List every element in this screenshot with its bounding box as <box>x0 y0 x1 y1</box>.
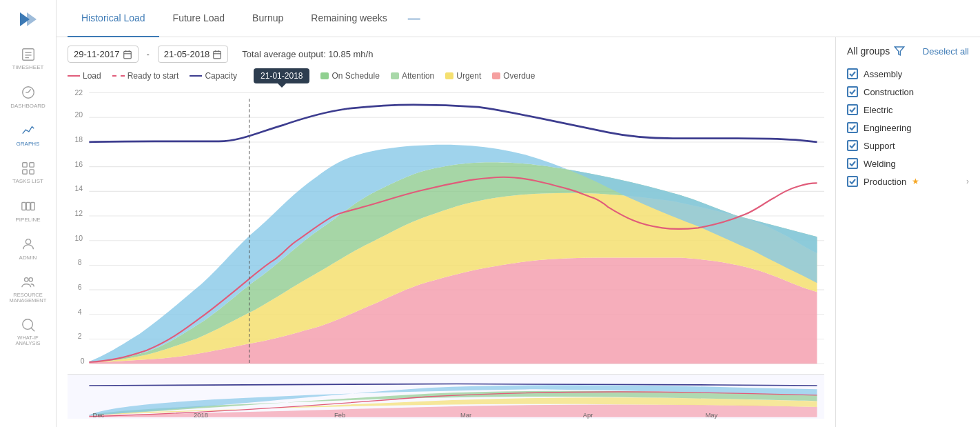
tab-remaining-weeks[interactable]: Remaining weeks <box>297 0 401 37</box>
y-label-0: 0 <box>81 357 85 365</box>
checkbox-assembly[interactable] <box>847 68 858 79</box>
sidebar-item-graphs[interactable]: GRAPHS <box>4 117 52 152</box>
legend-load-line <box>68 75 80 77</box>
main-content: Historical Load Future Load Burnup Remai… <box>57 0 980 427</box>
svg-rect-12 <box>21 202 25 210</box>
sidebar-item-timesheet[interactable]: TIMESHEET <box>4 41 52 77</box>
svg-rect-20 <box>123 51 131 59</box>
check-icon <box>849 178 856 185</box>
calendar-from-icon <box>123 50 132 59</box>
star-icon: ★ <box>912 177 919 186</box>
y-label-20: 20 <box>74 110 83 119</box>
groups-title-container: All groups <box>847 46 905 57</box>
date-tooltip: 21-01-2018 <box>254 68 309 83</box>
capacity-line <box>89 105 817 142</box>
check-icon <box>849 70 856 77</box>
group-item-engineering[interactable]: Engineering <box>847 119 969 137</box>
y-label-4: 4 <box>78 308 82 316</box>
legend-urgent-box <box>445 72 453 79</box>
svg-rect-8 <box>22 163 26 167</box>
checkbox-engineering[interactable] <box>847 122 858 133</box>
legend-attention: Attention <box>391 71 434 81</box>
legend-overdue-box <box>492 72 500 79</box>
legend-load: Load <box>68 71 101 81</box>
group-item-electric[interactable]: Electric <box>847 101 969 119</box>
tab-bar: Historical Load Future Load Burnup Remai… <box>57 0 980 37</box>
mini-chart[interactable]: Dec 2018 Feb Mar Apr May <box>68 374 824 419</box>
checkbox-production[interactable] <box>847 176 858 187</box>
svg-point-16 <box>24 277 28 281</box>
deselect-all-button[interactable]: Deselect all <box>923 46 969 57</box>
svg-point-15 <box>25 239 30 244</box>
groups-header: All groups Deselect all <box>847 46 969 57</box>
groups-title-text: All groups <box>847 46 890 57</box>
date-to-input[interactable]: 21-05-2018 <box>158 46 229 63</box>
svg-rect-9 <box>29 163 33 167</box>
date-from-input[interactable]: 29-11-2017 <box>68 46 139 63</box>
y-label-12: 12 <box>74 209 83 217</box>
svg-marker-41 <box>895 47 904 55</box>
mini-x-may: May <box>705 411 717 419</box>
mini-x-dec: Dec <box>93 411 105 419</box>
group-item-production[interactable]: Production ★ › <box>847 172 969 190</box>
sidebar-item-dashboard[interactable]: DASHBOARD <box>4 79 52 115</box>
checkbox-welding[interactable] <box>847 158 858 169</box>
group-label-support: Support <box>864 141 895 151</box>
y-label-16: 16 <box>74 159 83 168</box>
group-item-assembly[interactable]: Assembly <box>847 65 969 83</box>
group-label-engineering: Engineering <box>864 123 911 133</box>
content-area: 29-11-2017 - 21-05-2018 <box>57 37 980 427</box>
checkbox-support[interactable] <box>847 140 858 151</box>
group-label-construction: Construction <box>864 87 914 97</box>
legend-on-schedule-box <box>320 72 329 79</box>
group-label-electric: Electric <box>864 105 893 115</box>
check-icon <box>849 142 856 149</box>
legend-ready-line <box>112 75 125 77</box>
filter-icon <box>894 46 905 57</box>
sidebar: TIMESHEET DASHBOARD GRAPHS TASKS LIST P <box>0 0 57 427</box>
checkbox-electric[interactable] <box>847 104 858 115</box>
tab-future-load[interactable]: Future Load <box>159 0 239 37</box>
legend-row: Load Ready to start Capacity 21-01-2018 <box>68 68 824 83</box>
legend-attention-box <box>391 72 399 79</box>
legend-on-schedule: On Schedule <box>320 71 379 81</box>
app-logo[interactable] <box>14 6 42 33</box>
tab-dash[interactable]: — <box>401 11 427 26</box>
legend-urgent: Urgent <box>445 71 481 81</box>
avg-output-text: Total average output: 10.85 mh/h <box>242 49 373 59</box>
y-label-14: 14 <box>74 184 83 192</box>
calendar-to-icon <box>212 50 222 59</box>
legend-ready-to-start: Ready to start <box>112 71 179 81</box>
controls-row: 29-11-2017 - 21-05-2018 <box>68 46 824 63</box>
tab-burnup[interactable]: Burnup <box>238 0 297 37</box>
group-label-assembly: Assembly <box>864 69 902 79</box>
svg-rect-2 <box>22 49 34 61</box>
main-chart[interactable]: 0 2 4 6 8 10 12 14 16 18 20 22 <box>68 88 824 371</box>
tooltip-container: 21-01-2018 <box>254 68 309 83</box>
svg-rect-11 <box>29 170 33 174</box>
svg-marker-1 <box>27 12 37 26</box>
group-item-welding[interactable]: Welding <box>847 155 969 172</box>
y-label-2: 2 <box>78 332 82 340</box>
svg-rect-10 <box>22 170 26 174</box>
check-icon <box>849 88 856 95</box>
mini-x-apr: Apr <box>583 411 593 419</box>
sidebar-item-what-if-analysis[interactable]: WHAT-IF ANALYSIS <box>4 312 52 352</box>
sidebar-item-admin[interactable]: ADMIN <box>4 231 52 266</box>
right-panel: All groups Deselect all Assembly <box>835 37 980 427</box>
group-item-support[interactable]: Support <box>847 137 969 155</box>
check-icon <box>849 160 856 167</box>
sidebar-item-pipeline[interactable]: PIPELINE <box>4 193 52 228</box>
group-item-construction[interactable]: Construction <box>847 83 969 101</box>
sidebar-item-resource-management[interactable]: RESOURCE MANAGEMENT <box>4 269 52 310</box>
group-label-welding: Welding <box>864 159 896 169</box>
tab-historical-load[interactable]: Historical Load <box>68 0 159 37</box>
sidebar-item-tasks-list[interactable]: TASKS LIST <box>4 155 52 190</box>
legend-overdue: Overdue <box>492 71 535 81</box>
legend-capacity: Capacity <box>190 71 237 81</box>
svg-line-19 <box>30 328 34 332</box>
y-label-6: 6 <box>78 283 82 291</box>
y-label-10: 10 <box>74 234 83 242</box>
checkbox-construction[interactable] <box>847 86 858 97</box>
check-icon <box>849 124 856 131</box>
